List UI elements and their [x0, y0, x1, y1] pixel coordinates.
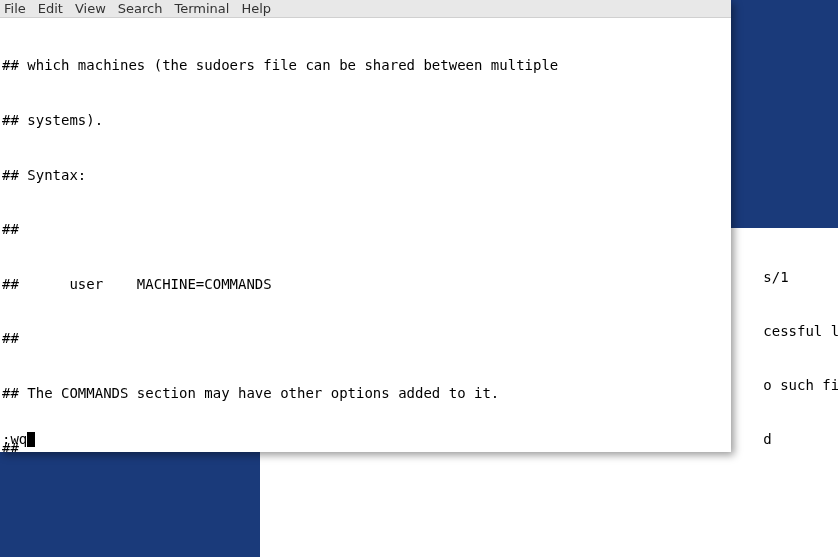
editor-line: ## [2, 439, 731, 452]
editor-line: ## which machines (the sudoers file can … [2, 56, 731, 74]
editor-body[interactable]: ## which machines (the sudoers file can … [0, 18, 731, 452]
editor-cursor-icon [27, 432, 35, 447]
vim-command-text: :wq [2, 431, 27, 447]
menu-search[interactable]: Search [118, 1, 163, 16]
editor-line: ## Syntax: [2, 166, 731, 184]
editor-line: ## [2, 329, 731, 347]
menu-terminal[interactable]: Terminal [174, 1, 229, 16]
editor-line: ## The COMMANDS section may have other o… [2, 384, 731, 402]
menubar: File Edit View Search Terminal Help [0, 0, 731, 18]
editor-line: ## user MACHINE=COMMANDS [2, 275, 731, 293]
editor-line: ## [2, 220, 731, 238]
menu-help[interactable]: Help [241, 1, 271, 16]
editor-line: ## systems). [2, 111, 731, 129]
menu-file[interactable]: File [4, 1, 26, 16]
editor-window: File Edit View Search Terminal Help ## w… [0, 0, 731, 452]
menu-edit[interactable]: Edit [38, 1, 63, 16]
vim-command-line[interactable]: :wq [2, 430, 35, 448]
menu-view[interactable]: View [75, 1, 106, 16]
